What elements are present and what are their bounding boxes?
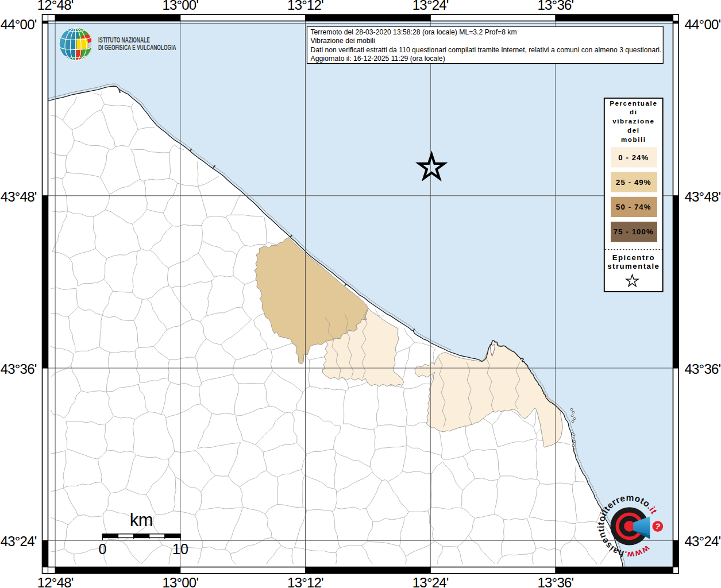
svg-text:Epicentro: Epicentro [612, 253, 655, 262]
svg-text:44°00': 44°00' [685, 17, 721, 32]
svg-text:13°00': 13°00' [162, 0, 198, 13]
svg-text:di: di [630, 108, 638, 115]
svg-text:12°48': 12°48' [37, 575, 74, 588]
svg-text:Dati non verificati estratti d: Dati non verificati estratti da 110 ques… [311, 46, 662, 54]
svg-text:13°12': 13°12' [287, 0, 323, 13]
svg-text:vibrazione: vibrazione [612, 117, 654, 125]
svg-text:13°24': 13°24' [412, 0, 449, 13]
svg-text:0 - 24%: 0 - 24% [618, 153, 649, 162]
svg-text:13°12': 13°12' [287, 575, 323, 588]
svg-text:13°24': 13°24' [412, 575, 449, 588]
svg-text:strumentale: strumentale [607, 262, 660, 270]
svg-text:75 - 100%: 75 - 100% [614, 227, 654, 236]
svg-text:13°00': 13°00' [162, 575, 198, 588]
svg-text:13°36': 13°36' [538, 0, 574, 13]
svg-text:km: km [130, 510, 153, 530]
svg-text:10: 10 [172, 541, 188, 557]
svg-text:Aggiornato il: 16-12-2025 11:2: Aggiornato il: 16-12-2025 11:29 (ora loc… [311, 55, 445, 63]
svg-text:44°00': 44°00' [1, 17, 37, 32]
svg-text:43°36': 43°36' [685, 361, 721, 377]
svg-text:13°36': 13°36' [538, 575, 574, 588]
svg-text:43°48': 43°48' [1, 189, 37, 204]
svg-text:43°36': 43°36' [1, 361, 37, 377]
svg-text:Vibrazione dei mobili: Vibrazione dei mobili [311, 37, 375, 45]
svg-text:ISTITUTO NAZIONALE: ISTITUTO NAZIONALE [98, 36, 150, 44]
svg-text:dei: dei [627, 126, 640, 134]
svg-text:DI GEOFISICA E VULCANOLOGIA: DI GEOFISICA E VULCANOLOGIA [98, 44, 176, 52]
svg-text:25 - 49%: 25 - 49% [616, 178, 651, 187]
svg-text:43°48': 43°48' [685, 189, 721, 204]
svg-text:0: 0 [98, 541, 106, 557]
svg-text:12°48': 12°48' [37, 0, 74, 13]
svg-text:50 - 74%: 50 - 74% [616, 203, 651, 211]
svg-text:Terremoto del 28-03-2020 13:58: Terremoto del 28-03-2020 13:58:28 (ora l… [311, 28, 517, 36]
svg-text:mobili: mobili [621, 136, 646, 143]
svg-text:43°24': 43°24' [685, 533, 721, 549]
svg-text:43°24': 43°24' [1, 533, 37, 549]
svg-text:Percentuale: Percentuale [610, 99, 657, 107]
